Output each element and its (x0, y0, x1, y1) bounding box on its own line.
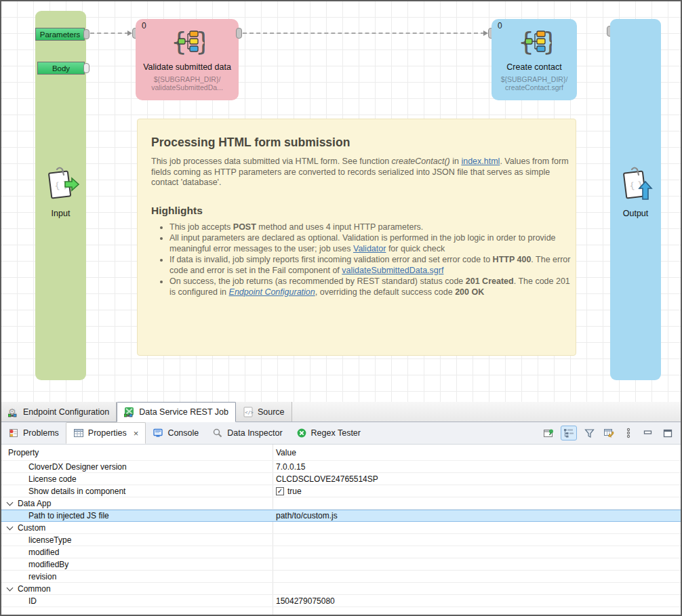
tab-console[interactable]: Console (146, 422, 205, 444)
output-panel[interactable]: { } Output (610, 19, 661, 380)
properties-table-header: Property Value (1, 445, 681, 461)
view-toolbar (541, 422, 681, 444)
property-row-modified[interactable]: modified (1, 546, 681, 558)
tab-label: Endpoint Configuration (23, 407, 109, 417)
tab-regex-tester[interactable]: Regex Tester (289, 422, 367, 444)
property-row-common[interactable]: Common (1, 583, 681, 595)
pin-editor-icon[interactable] (541, 426, 556, 440)
tab-endpoint-configuration[interactable]: ⚙ Endpoint Configuration (1, 402, 117, 422)
view-menu-icon[interactable] (621, 426, 636, 440)
edge-validate-to-create[interactable] (243, 33, 485, 34)
regex-tester-icon (296, 428, 307, 438)
tab-data-inspector[interactable]: Data Inspector (205, 422, 289, 444)
property-label: Show details in component (28, 487, 125, 496)
note-title: Processing HTML form submission (151, 136, 562, 150)
node-subtitle-line1: ${SUBGRAPH_DIR}/ (154, 75, 221, 83)
property-label: Data App (18, 499, 51, 508)
property-label: Path to injected JS file (28, 511, 109, 520)
chevron-down-icon[interactable] (7, 499, 14, 506)
property-label: revision (28, 572, 56, 581)
property-row-custom[interactable]: Custom (1, 522, 681, 534)
body-port-chip[interactable]: Body (37, 62, 85, 75)
node-title: Validate submitted data (136, 62, 239, 72)
note-text: 201 Created (466, 276, 514, 286)
properties-icon (73, 428, 84, 438)
graph-canvas[interactable]: { } Input Parameters Body 0 { } (1, 1, 681, 402)
tab-label: Regex Tester (311, 428, 361, 438)
tab-source[interactable]: </> Source (236, 402, 292, 422)
node-subtitle: ${SUBGRAPH_DIR}/ createContact.sgrf (492, 75, 577, 91)
note-link[interactable]: Validator (353, 244, 386, 253)
problems-icon (8, 428, 19, 438)
note-text: createContact() (392, 157, 450, 166)
node-subtitle-line1: ${SUBGRAPH_DIR}/ (501, 75, 568, 83)
property-row-licensetype[interactable]: licenseType (1, 534, 681, 546)
property-value[interactable]: 7.0.0.15 (276, 462, 305, 472)
tab-label: Properties (88, 428, 127, 438)
column-header-property: Property (1, 448, 273, 457)
property-value[interactable]: 1504279075080 (276, 596, 335, 606)
note-text: , overriding the default success code (315, 287, 455, 297)
tab-label: Console (167, 428, 199, 438)
note-text: 200 OK (455, 287, 484, 297)
property-label: licenseType (28, 535, 71, 545)
property-label: Custom (18, 523, 45, 533)
property-row-data-app[interactable]: Data App (1, 497, 681, 510)
cloverdx-designer-window: { } Input Parameters Body 0 { } (0, 0, 682, 616)
note-link[interactable]: validateSubmittedData.sgrf (342, 266, 443, 275)
body-port[interactable] (83, 63, 89, 73)
close-icon[interactable]: × (134, 428, 139, 438)
tab-label: Problems (23, 428, 59, 438)
view-tab-bar: Problems Properties × (1, 422, 681, 445)
property-value[interactable]: CLCDSCLOVE24765514SP (276, 474, 378, 484)
parameters-port[interactable] (83, 29, 89, 39)
property-value[interactable]: path/to/custom.js (276, 511, 338, 520)
property-row-revision[interactable]: revision (1, 571, 681, 583)
tree-view-icon[interactable] (561, 426, 577, 440)
tab-problems[interactable]: Problems (1, 422, 66, 444)
chevron-down-icon[interactable] (7, 523, 14, 530)
tab-properties[interactable]: Properties × (66, 422, 146, 444)
checkbox-checked-icon[interactable]: ✓ (276, 487, 284, 495)
minimize-icon[interactable] (641, 426, 656, 440)
property-row-modifiedby[interactable]: modifiedBy (1, 558, 681, 571)
endpoint-configuration-icon: ⚙ (8, 407, 19, 417)
note-bullet: All input parameters are declared as opt… (169, 233, 576, 254)
tab-data-service-rest-job[interactable]: Data Service REST Job (117, 402, 236, 422)
property-label: modified (28, 548, 59, 557)
rest-job-icon (124, 407, 135, 417)
note-link[interactable]: Endpoint Configuration (229, 287, 315, 297)
graph-note[interactable]: Processing HTML form submission This job… (137, 119, 576, 356)
input-document-icon: { } (35, 165, 86, 203)
validate-submitted-data-node[interactable]: 0 { } Validate submitted data ${SUBGRAPH… (136, 19, 239, 100)
property-row-cloverdx-designer-version[interactable]: CloverDX Designer version7.0.0.15 (1, 461, 681, 473)
chevron-down-icon[interactable] (7, 584, 14, 591)
note-text: On success, the job returns (as recommen… (169, 276, 466, 286)
parameters-port-chip[interactable]: Parameters (35, 28, 85, 41)
tab-label: Data Inspector (227, 428, 282, 438)
note-text: in (450, 157, 462, 166)
filter-icon[interactable] (582, 426, 597, 440)
validate-output-port[interactable] (236, 28, 242, 39)
note-bullet: On success, the job returns (as recommen… (169, 276, 576, 297)
property-row-path-to-injected-js-file[interactable]: Path to injected JS filepath/to/custom.j… (1, 510, 681, 522)
property-value[interactable]: true (287, 487, 302, 496)
tab-label: Data Service REST Job (139, 407, 228, 417)
create-contact-node[interactable]: 0 { } Create contact ${SUBGRAPH_DIR}/ cr… (492, 19, 577, 100)
note-text: method and uses 4 input HTTP parameters. (256, 222, 423, 232)
restore-log-icon[interactable] (601, 426, 616, 440)
properties-table-body: CloverDX Designer version7.0.0.15License… (1, 461, 681, 607)
property-row-show-details-in-component[interactable]: Show details in component✓true (1, 485, 681, 497)
property-label: modifiedBy (28, 560, 68, 569)
maximize-icon[interactable] (660, 426, 675, 440)
note-link[interactable]: index.html (461, 157, 500, 166)
property-label: Common (18, 584, 51, 594)
output-document-icon: { } (610, 165, 661, 203)
property-row-license-code[interactable]: License codeCLCDSCLOVE24765514SP (1, 473, 681, 485)
edge-parameters-to-validate[interactable] (90, 33, 129, 34)
tab-label: Source (258, 407, 285, 417)
note-intro-paragraph: This job processes data submitted via HT… (151, 157, 570, 188)
node-subtitle: ${SUBGRAPH_DIR}/ validateSubmittedDa... (136, 75, 239, 91)
property-row-id[interactable]: ID1504279075080 (1, 595, 681, 607)
source-icon: </> (243, 407, 254, 417)
